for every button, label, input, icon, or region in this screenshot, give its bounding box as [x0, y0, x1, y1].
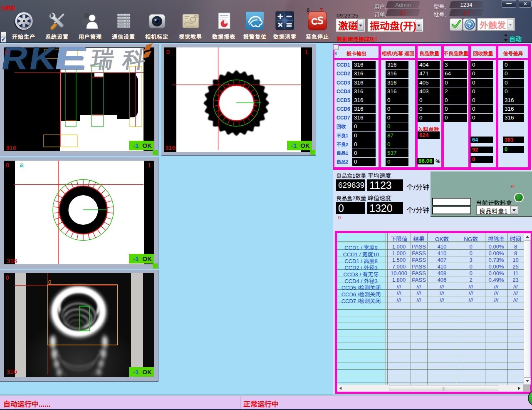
tray-combo-arrow[interactable]	[510, 206, 517, 214]
grid-line-h	[337, 376, 524, 376]
batch-field[interactable]: 13	[449, 9, 484, 16]
table-cell: 0.00%	[485, 270, 507, 276]
order-field[interactable]: 13	[386, 9, 421, 16]
trigger-combo[interactable]: 外触发	[477, 18, 515, 31]
camera-mark: 正	[20, 162, 24, 168]
close-button[interactable]: ✕	[519, 0, 532, 7]
grid-column-header: 良品数量	[417, 50, 441, 57]
toolbar-button-8[interactable]: 数据清零	[267, 11, 303, 40]
scroll-right-button[interactable]	[516, 385, 523, 392]
table-cell: 10	[507, 257, 524, 263]
toolbar-button-9[interactable]: 紧急停止	[299, 11, 335, 40]
excite-combo-arrow[interactable]	[357, 20, 364, 31]
recycle-extra-cell: 64	[470, 137, 493, 143]
camera-frame-index: 0	[6, 274, 9, 281]
grid-line-h	[337, 243, 524, 243]
grid-row-label: CCD3	[337, 79, 350, 87]
toolbar-button-5[interactable]: 视觉教导	[173, 11, 208, 40]
grid-checkbox[interactable]	[333, 45, 339, 50]
speed-unit-2: 个/分钟	[406, 204, 430, 215]
table-cell: ///	[485, 290, 507, 296]
toolbar-button-3[interactable]: 通信设置	[106, 11, 141, 40]
toolbar-button-1[interactable]: 系统设置	[39, 11, 75, 40]
grid-border	[333, 167, 531, 170]
grid-row-label: CCD5	[337, 96, 350, 104]
camera-image-3	[4, 161, 154, 264]
toolbar-button-2[interactable]: 用户管理	[72, 11, 108, 40]
h-scrollbar-thumb[interactable]: |||	[389, 385, 498, 391]
table-cell: 0.00%	[485, 250, 507, 256]
recycle-extra-cell: 0	[470, 156, 493, 163]
table-cell: ///	[411, 283, 427, 290]
tray-input-1[interactable]	[432, 198, 471, 206]
table-cell: 1.000	[387, 250, 411, 256]
tray-combo[interactable]: 良品料盒1	[476, 205, 518, 215]
tools-icon	[47, 11, 67, 31]
signal-diff-cell: 0	[503, 70, 524, 78]
chevron-left-icon	[338, 387, 341, 390]
scroll-down-button[interactable]	[524, 378, 531, 385]
grid-row-label: CCD2	[337, 70, 350, 78]
batch-label: 批号:	[433, 10, 446, 18]
toolbar-button-label: 紧急停止	[299, 32, 335, 40]
board-output-cell: 316	[352, 105, 376, 113]
table-cell: ///	[507, 283, 524, 290]
excite-combo-value: 激磁	[338, 19, 358, 32]
scroll-up-button[interactable]	[524, 233, 531, 240]
table-cell: PASS	[411, 270, 427, 276]
grid-row-label: CCD1	[337, 61, 350, 69]
v-scrollbar-thumb[interactable]	[524, 240, 531, 378]
toolbar-button-label: 通信设置	[106, 32, 141, 40]
camera-return-cell: 537	[386, 149, 408, 157]
estop-count-left: 0	[307, 7, 309, 13]
minimize-button[interactable]: —	[502, 0, 516, 7]
table-cell: ///	[387, 283, 411, 290]
toolbar-button-label: 视觉教导	[173, 32, 208, 40]
grid-line-h	[337, 309, 524, 310]
user-field[interactable]: Admin	[386, 1, 421, 8]
user-label: 用户:	[373, 2, 386, 10]
table-cell: 410	[427, 244, 457, 250]
grid-line-h	[337, 356, 524, 356]
good-count-cell: 404	[418, 61, 440, 69]
table-cell: ///	[387, 290, 411, 296]
toolbar-button-4[interactable]: 相机标定	[139, 11, 175, 40]
table-cell: ///	[411, 290, 427, 296]
help-button[interactable]: ?	[463, 18, 476, 31]
grid-border	[333, 44, 334, 170]
scroll-left-button[interactable]	[337, 385, 344, 392]
board-output-cell: 316	[352, 70, 376, 78]
board-output-cell: 316	[352, 87, 376, 96]
grid-border	[334, 58, 528, 60]
excite-combo[interactable]: 激磁	[336, 18, 365, 32]
toolbar-button-0[interactable]: 开始生产	[6, 11, 42, 40]
result-value: -1	[133, 142, 139, 149]
vibration-combo-arrow[interactable]	[416, 20, 422, 31]
toolbar-button-6[interactable]: 数据报表	[206, 11, 242, 40]
vibration-combo[interactable]: 振动盘(开)	[367, 18, 423, 32]
box2-count-value: 0	[336, 202, 365, 214]
ng-count-cell: 0	[443, 114, 467, 122]
grid-line-h	[337, 383, 524, 383]
table-cell: 1.000	[387, 244, 411, 250]
results-table: 下限值 结果 OK数 NG数 排除率 时间 CCD1 / 宽度9 1.000 P…	[335, 231, 532, 394]
chevron-up-icon	[526, 234, 529, 238]
model-field[interactable]: 1234	[449, 1, 484, 8]
confirm-button[interactable]	[450, 18, 463, 31]
table-cell: PASS	[411, 277, 427, 283]
auto-mode-label: 自动	[509, 34, 522, 43]
camera-return-cell: 316	[386, 70, 408, 78]
spin-up-icon[interactable]	[504, 34, 507, 36]
table-cell: 23	[507, 277, 524, 283]
spin-down-icon[interactable]	[504, 39, 507, 42]
tray-input-2[interactable]	[432, 206, 471, 214]
recycle-count-cell: 0	[470, 79, 493, 87]
table-cell: 0	[457, 270, 485, 276]
grid-line-h	[337, 349, 524, 350]
recycle-count-cell: 0	[470, 87, 493, 96]
trigger-combo-arrow	[507, 19, 514, 30]
grid-separator	[496, 44, 498, 170]
camera-frame-index: 0	[6, 162, 9, 169]
order-value: 13	[387, 9, 419, 16]
grid-row-label: 良品2	[337, 158, 348, 166]
